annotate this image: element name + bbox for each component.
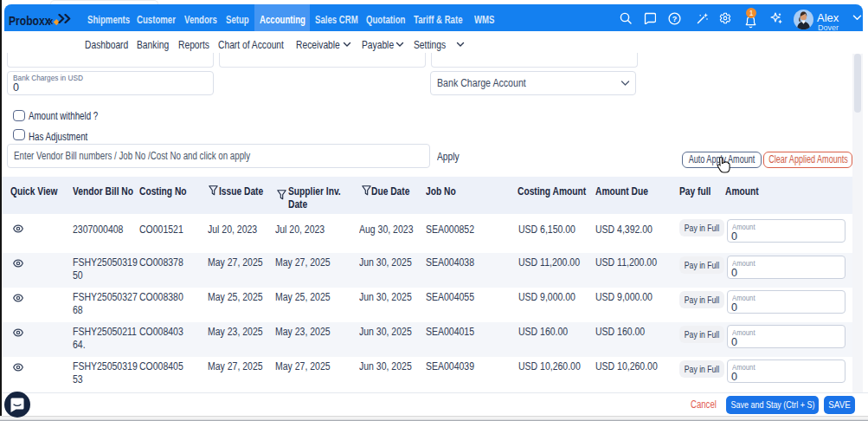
svg-text:?: ? bbox=[672, 15, 678, 23]
